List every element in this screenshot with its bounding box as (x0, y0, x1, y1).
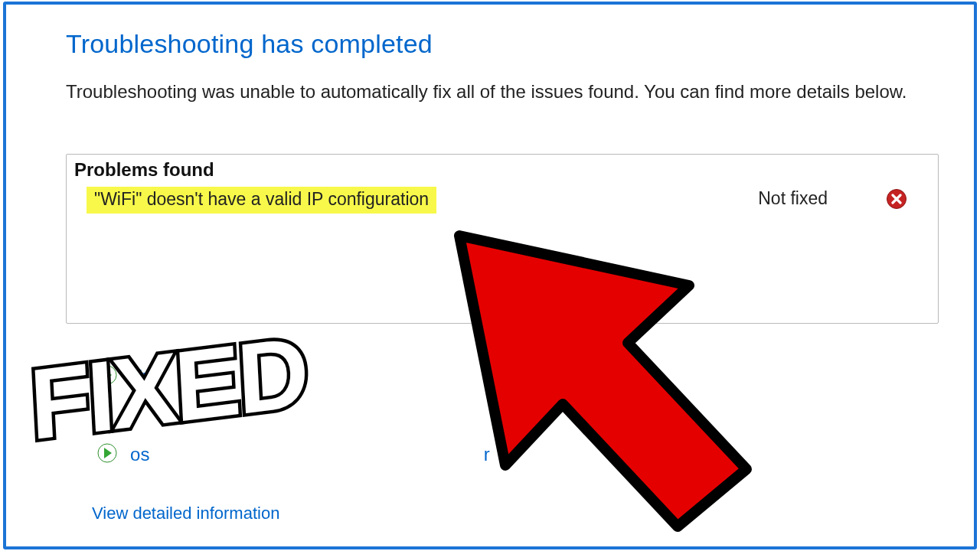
option-label-suffix: r (484, 444, 490, 465)
arrow-right-icon (96, 364, 118, 389)
page-title: Troubleshooting has completed (66, 29, 948, 59)
problem-row[interactable]: "WiFi" doesn't have a valid IP configura… (85, 187, 920, 217)
view-detailed-information-link[interactable]: View detailed information (92, 504, 279, 523)
arrow-right-icon (96, 442, 118, 467)
problems-found-box: Problems found "WiFi" doesn't have a val… (66, 154, 939, 324)
problem-status: Not fixed (758, 188, 828, 209)
option-label-prefix: os (130, 444, 150, 465)
close-option-link[interactable]: os r (96, 442, 490, 467)
option-label: Exp (130, 366, 162, 387)
summary-text: Troubleshooting was unable to automatica… (66, 80, 923, 103)
error-icon (886, 188, 907, 213)
problem-description: "WiFi" doesn't have a valid IP configura… (87, 187, 436, 214)
problems-found-heading: Problems found (74, 159, 214, 181)
explore-option-link[interactable]: Exp (96, 364, 162, 389)
troubleshooter-window: Troubleshooting has completed Troublesho… (3, 2, 977, 549)
